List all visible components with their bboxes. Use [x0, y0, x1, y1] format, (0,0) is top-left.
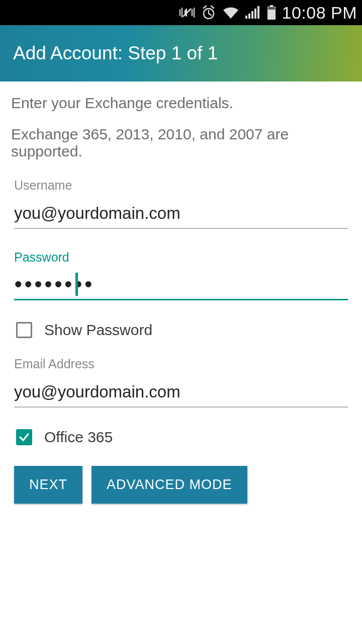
office365-label: Office 365 [44, 429, 113, 446]
show-password-checkbox[interactable] [16, 322, 32, 338]
username-label: Username [14, 178, 348, 193]
password-field-group: Password ●●●●●●●● [14, 250, 348, 300]
email-label: Email Address [14, 357, 348, 371]
app-bar: Add Account: Step 1 of 1 [0, 25, 362, 82]
password-label: Password [14, 250, 348, 265]
svg-rect-6 [257, 6, 259, 19]
next-button[interactable]: NEXT [14, 466, 82, 504]
intro-text-1: Enter your Exchange credentials. [11, 95, 351, 112]
svg-rect-3 [248, 14, 250, 19]
text-cursor [75, 273, 78, 296]
svg-rect-7 [270, 5, 273, 7]
status-time: 10:08 PM [282, 3, 357, 23]
status-icons [179, 5, 277, 20]
wifi-icon [222, 6, 239, 20]
intro-text-2: Exchange 365, 2013, 2010, and 2007 are s… [11, 126, 351, 160]
office365-checkbox[interactable] [16, 429, 32, 445]
svg-rect-2 [245, 16, 247, 19]
show-password-label: Show Password [44, 321, 152, 339]
email-field-group: Email Address [14, 357, 348, 408]
svg-rect-5 [254, 9, 256, 19]
vibrate-mute-icon [179, 6, 195, 20]
advanced-mode-button[interactable]: ADVANCED MODE [92, 466, 247, 504]
password-masked-value: ●●●●●●●● [14, 274, 348, 300]
battery-icon [266, 5, 277, 20]
email-input[interactable] [14, 380, 348, 408]
office365-row[interactable]: Office 365 [16, 429, 346, 446]
button-row: NEXT ADVANCED MODE [14, 466, 348, 504]
svg-rect-4 [251, 11, 253, 19]
username-input[interactable] [14, 202, 348, 229]
alarm-icon [201, 5, 216, 20]
signal-icon [245, 6, 260, 20]
show-password-row[interactable]: Show Password [16, 321, 346, 339]
username-field-group: Username [14, 178, 348, 229]
content: Enter your Exchange credentials. Exchang… [0, 82, 362, 504]
password-input[interactable]: ●●●●●●●● [14, 274, 348, 300]
status-bar: 10:08 PM [0, 0, 362, 25]
svg-rect-9 [268, 7, 275, 10]
page-title: Add Account: Step 1 of 1 [13, 43, 218, 64]
